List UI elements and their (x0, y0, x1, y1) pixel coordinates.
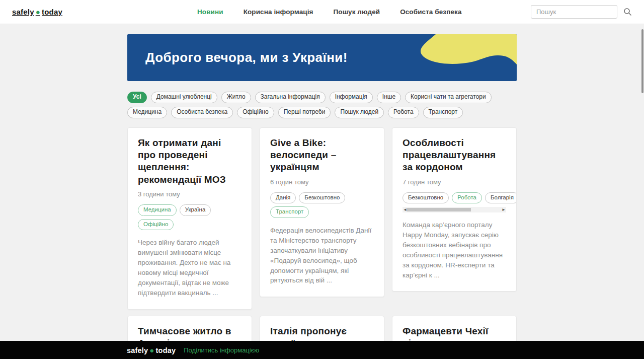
nav-link-personal-safety[interactable]: Особиста безпека (400, 8, 461, 16)
footer-logo: safely●today (127, 346, 176, 354)
news-card[interactable]: Особливості працевлаштування за кордоном… (392, 127, 517, 292)
filter-pill[interactable]: Транспорт (423, 107, 463, 118)
header: safely●today Новини Корисна інформація П… (0, 0, 644, 24)
logo-dot-icon: ● (34, 8, 42, 16)
filter-pill[interactable]: Інформація (330, 92, 373, 103)
nav-link-people-search[interactable]: Пошук людей (334, 8, 380, 16)
logo-part2: today (42, 8, 62, 16)
filter-pill[interactable]: Усі (127, 92, 147, 103)
card-title: Give a Bike: велосипеди – українцям (270, 137, 374, 174)
filter-pill[interactable]: Медицина (127, 107, 167, 118)
card-tag[interactable]: Офіційно (138, 219, 174, 231)
tags-horizontal-scrollbar[interactable]: ◄ ► (403, 207, 506, 212)
filter-pill[interactable]: Особиста безпека (171, 107, 233, 118)
main-content: Доброго вечора, ми з України! УсіДомашні… (127, 34, 517, 359)
card-timestamp: 3 години тому (138, 190, 242, 198)
scrollbar-thumb[interactable] (407, 208, 471, 211)
card-tag[interactable]: Україна (180, 204, 211, 216)
card-tag[interactable]: Безкоштовно (403, 192, 449, 204)
card-title: Як отримати дані про проведені щеплення:… (138, 137, 242, 186)
card-tags: БезкоштовноРоботаБолгаріяПоль (403, 192, 516, 204)
card-tag[interactable]: Безкоштовно (299, 192, 345, 204)
footer-logo-dot-icon: ● (148, 346, 155, 354)
main-nav: Новини Корисна інформація Пошук людей Ос… (197, 8, 462, 16)
nav-link-news[interactable]: Новини (197, 8, 223, 16)
card-tag[interactable]: Медицина (138, 204, 177, 216)
nav-link-useful-info[interactable]: Корисна інформація (244, 8, 313, 16)
card-excerpt: Через війну багато людей вимушені змінюв… (138, 238, 242, 298)
filter-pill[interactable]: Домашні улюбленці (151, 92, 217, 103)
card-tags: ДаніяБезкоштовноТранспорт (270, 192, 374, 219)
card-tag[interactable]: Робота (452, 192, 482, 204)
card-timestamp: 6 годин тому (270, 178, 374, 186)
filter-pill[interactable]: Пошук людей (335, 107, 384, 118)
filter-pill[interactable]: Робота (388, 107, 419, 118)
hero-title: Доброго вечора, ми з України! (127, 50, 348, 65)
footer-logo-part1: safely (127, 346, 148, 354)
card-tag[interactable]: Болгарія (485, 192, 516, 204)
card-excerpt: Федерація велосипедистів Данії та Мініст… (270, 226, 374, 285)
site-logo[interactable]: safely●today (12, 8, 62, 16)
search-icon[interactable] (623, 8, 632, 16)
footer: safely●today Поділитись інформацією (0, 341, 644, 359)
logo-part1: safely (12, 8, 34, 16)
footer-logo-part2: today (156, 346, 176, 354)
search-area (531, 5, 632, 19)
filter-pill[interactable]: Офіційно (237, 107, 274, 118)
news-card[interactable]: Як отримати дані про проведені щеплення:… (127, 127, 252, 310)
hero-banner: Доброго вечора, ми з України! (127, 34, 517, 81)
card-tags: МедицинаУкраїнаОфіційно (138, 204, 242, 231)
filter-pill[interactable]: Корисні чати та агрегатори (405, 92, 492, 103)
page-scrollbar-thumb[interactable] (641, 29, 643, 93)
news-card[interactable]: Give a Bike: велосипеди – українцям 6 го… (260, 127, 384, 298)
card-tag[interactable]: Данія (270, 192, 296, 204)
news-grid: Як отримати дані про проведені щеплення:… (127, 127, 517, 359)
filter-bar: УсіДомашні улюбленціЖитлоЗагальна інформ… (127, 92, 517, 118)
card-timestamp: 7 годин тому (403, 178, 506, 186)
filter-pill[interactable]: Інше (377, 92, 401, 103)
filter-pill[interactable]: Житло (221, 92, 251, 103)
share-info-link[interactable]: Поділитись інформацією (184, 346, 259, 354)
card-tag[interactable]: Транспорт (270, 206, 309, 218)
scroll-right-arrow-icon[interactable]: ► (502, 207, 506, 212)
filter-pill[interactable]: Перші потреби (278, 107, 331, 118)
card-excerpt: Команда кар’єрного порталу Happy Monday,… (403, 220, 506, 280)
search-input[interactable] (531, 5, 617, 19)
card-title: Особливості працевлаштування за кордоном (403, 137, 506, 174)
filter-pill[interactable]: Загальна інформація (255, 92, 326, 103)
